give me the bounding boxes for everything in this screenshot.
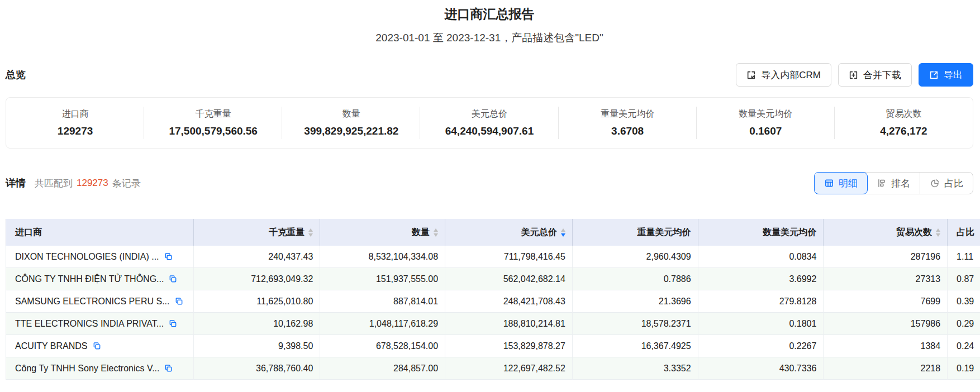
merge-download-button[interactable]: 合并下载	[838, 63, 912, 87]
cell-weight-kg: 240,437.43	[194, 246, 321, 268]
header-cell-trade-count[interactable]: 贸易次数	[824, 219, 948, 246]
cell-value: 188,810,214.81	[503, 319, 565, 329]
stat-value: 17,500,579,560.56	[169, 125, 258, 137]
copy-icon[interactable]	[169, 319, 177, 328]
header-label-importer: 进口商	[15, 227, 42, 238]
cell-value: 279.8128	[779, 297, 817, 307]
ranking-icon	[877, 178, 887, 188]
cell-share: 1.11	[948, 246, 980, 268]
copy-icon[interactable]	[93, 342, 101, 350]
importer-name: ACUITY BRANDS	[15, 341, 88, 351]
tab-detail[interactable]: 明细	[814, 172, 868, 194]
cell-value: 712,693,049.32	[251, 274, 313, 284]
cell-value: 0.7886	[664, 274, 691, 284]
header-cell-importer: 进口商	[6, 219, 194, 246]
cell-weight-kg: 10,162.98	[194, 313, 321, 335]
cell-value: 2,960.4309	[646, 252, 691, 262]
cell-value: 157986	[911, 319, 940, 329]
cell-value: 21.3696	[659, 297, 691, 307]
cell-value: 0.29	[957, 319, 974, 329]
header-cell-usd-per-qty: 数量美元均价	[698, 219, 824, 246]
cell-value: 887,814.01	[393, 297, 438, 307]
importer-table: 进口商千克重量数量美元总价重量美元均价数量美元均价贸易次数占比 DIXON TE…	[4, 219, 980, 380]
table-row: TTE ELECTRONICS INDIA PRIVAT...10,162.98…	[6, 313, 980, 335]
sort-asc-icon	[308, 228, 313, 232]
header-cell-total-usd[interactable]: 美元总价	[445, 219, 573, 246]
cell-value: 8,532,104,334.08	[369, 252, 439, 262]
cell-quantity: 1,048,117,618.29	[320, 313, 445, 335]
table-header-row: 进口商千克重量数量美元总价重量美元均价数量美元均价贸易次数占比	[6, 219, 980, 246]
cell-weight-kg: 36,788,760.40	[194, 357, 321, 380]
copy-icon[interactable]	[164, 364, 173, 372]
overview-stat: 进口商129273	[6, 98, 144, 148]
sort-desc-icon	[308, 233, 313, 237]
copy-icon[interactable]	[164, 252, 173, 261]
cell-trade-count: 157986	[824, 313, 948, 335]
cell-trade-count: 2218	[824, 357, 948, 380]
import-icon	[746, 70, 756, 80]
cell-usd-per-qty: 279.8128	[698, 290, 824, 313]
importer-name: TTE ELECTRONICS INDIA PRIVAT...	[15, 319, 164, 329]
cell-value: 1,048,117,618.29	[369, 319, 438, 329]
cell-usd-per-weight: 0.7886	[573, 268, 698, 290]
tab-ranking-label: 排名	[891, 177, 910, 190]
cell-value: 0.87	[957, 274, 974, 284]
export-icon	[929, 70, 939, 80]
header-label-trade-count: 贸易次数	[896, 227, 932, 238]
importer-name: Công Ty TNHH Sony Electronics V...	[15, 364, 159, 374]
overview-stat: 数量399,829,925,221.82	[282, 98, 420, 148]
cell-value: 1384	[921, 341, 941, 351]
stat-value: 399,829,925,221.82	[304, 125, 398, 137]
tab-ranking[interactable]: 排名	[867, 173, 920, 194]
import-crm-button-label: 导入内部CRM	[761, 69, 821, 82]
export-button[interactable]: 导出	[919, 63, 973, 87]
cell-share: 0.87	[948, 268, 980, 290]
cell-usd-per-qty: 0.1801	[698, 313, 824, 335]
tab-proportion[interactable]: 占比	[920, 173, 973, 194]
importer-name: DIXON TECHNOLOGIES (INDIA) ...	[15, 252, 159, 262]
header-cell-quantity[interactable]: 数量	[320, 219, 445, 246]
cell-usd-per-qty: 0.2267	[698, 335, 824, 357]
stat-label: 贸易次数	[886, 108, 921, 120]
overview-stat: 贸易次数4,276,172	[835, 98, 973, 148]
table-body: DIXON TECHNOLOGIES (INDIA) ...240,437.43…	[6, 246, 980, 380]
cell-importer: Công Ty TNHH Sony Electronics V...	[6, 357, 194, 380]
toolbar-button-group: 导入内部CRM合并下载导出	[736, 63, 973, 87]
copy-icon[interactable]	[169, 275, 177, 283]
importer-name: SAMSUNG ELECTRONICS PERU S...	[15, 297, 170, 307]
cell-value: 2218	[921, 364, 941, 374]
detail-section-title: 详情	[6, 176, 26, 190]
stat-value: 0.1607	[749, 125, 782, 137]
cell-value: 10,162.98	[273, 319, 313, 329]
sort-asc-icon	[434, 228, 438, 232]
cell-usd-per-qty: 0.0834	[698, 246, 824, 268]
cell-weight-kg: 9,398.50	[194, 335, 321, 357]
cell-value: 0.2267	[789, 341, 816, 351]
copy-icon[interactable]	[175, 297, 183, 305]
cell-quantity: 678,528,154.00	[320, 335, 445, 357]
table-row: CÔNG TY TNHH ĐIỆN TỬ THÔNG...712,693,049…	[6, 268, 980, 290]
overview-stat: 千克重量17,500,579,560.56	[144, 98, 282, 148]
cell-value: 27313	[916, 274, 941, 284]
tab-proportion-label: 占比	[944, 177, 963, 190]
header-label-total-usd: 美元总价	[521, 227, 557, 238]
cell-value: 0.24	[957, 341, 974, 351]
cell-value: 18,578.2371	[641, 319, 691, 329]
cell-total-usd: 122,697,482.52	[445, 357, 573, 380]
cell-value: 153,829,878.27	[503, 341, 565, 351]
stat-label: 进口商	[62, 108, 89, 120]
sort-asc-icon	[936, 228, 940, 232]
cell-usd-per-qty: 430.7336	[698, 357, 824, 380]
import-crm-button[interactable]: 导入内部CRM	[736, 63, 831, 87]
cell-value: 122,697,482.52	[503, 364, 565, 374]
cell-share: 0.39	[948, 290, 980, 313]
export-button-label: 导出	[944, 69, 963, 82]
cell-value: 240,437.43	[268, 252, 313, 262]
cell-importer: CÔNG TY TNHH ĐIỆN TỬ THÔNG...	[6, 268, 194, 290]
cell-weight-kg: 11,625,010.80	[194, 290, 321, 313]
overview-stat: 数量美元均价0.1607	[697, 98, 835, 148]
detail-bar: 详情 共匹配到 129273 条记录 明细排名占比	[6, 172, 973, 194]
cell-quantity: 8,532,104,334.08	[320, 246, 445, 268]
header-cell-weight-kg[interactable]: 千克重量	[194, 219, 321, 246]
cell-importer: SAMSUNG ELECTRONICS PERU S...	[6, 290, 194, 313]
